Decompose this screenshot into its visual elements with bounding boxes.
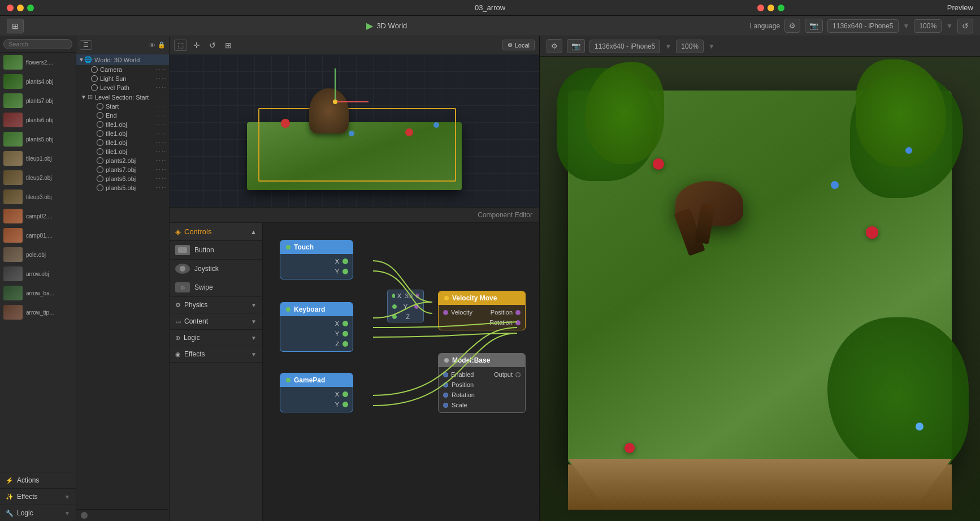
component-editor-title: Component Editor xyxy=(478,211,532,219)
node-touch[interactable]: Touch X Y xyxy=(280,240,353,279)
viewport-toolbar: ⬚ ✛ ↺ ⊞ ⊛ Local xyxy=(170,36,539,54)
language-button[interactable]: Language xyxy=(750,22,780,30)
local-space-btn[interactable]: ⊛ Local xyxy=(502,40,535,50)
hierarchy-tile1d[interactable]: ▶ tile1.obj ⋯⋯ xyxy=(76,147,169,156)
asset-item[interactable]: camp01.... xyxy=(0,226,76,245)
asset-item[interactable]: arrow_tip... xyxy=(0,303,76,322)
hierarchy-level-section[interactable]: ▼ ⊞ Level Section: Start ⋯ xyxy=(76,92,169,102)
maximize-button[interactable] xyxy=(27,5,34,11)
refresh-button[interactable]: ↺ xyxy=(957,19,973,33)
preview-pane: ⚙ 📷 1136x640 - iPhone5 ▼ 100% ▼ xyxy=(539,36,980,521)
asset-item[interactable]: tileup2.obj xyxy=(0,168,76,187)
rotate-tool-btn[interactable]: ↺ xyxy=(206,40,219,51)
preview-resolution-btn[interactable]: 1136x640 - iPhone5 xyxy=(589,40,660,53)
hierarchy-world[interactable]: ▼ 🌐 World: 3D World xyxy=(76,54,169,65)
controls-physics-section[interactable]: ⚙ Physics ▼ xyxy=(170,297,262,313)
light-sun-label: Light Sun xyxy=(100,75,155,82)
joystick-label: Joystick xyxy=(194,265,219,273)
hierarchy-plants7[interactable]: ▶ plants7.obj ⋯⋯ xyxy=(76,165,169,174)
hierarchy-light-sun[interactable]: ▶ Light Sun ⋯ ⋯ xyxy=(76,74,169,83)
preview-title: Preview xyxy=(947,3,973,12)
node-velocity-move[interactable]: Velocity Move Velocity Position xyxy=(438,291,526,330)
controls-logic-section[interactable]: ⊕ Logic ▼ xyxy=(170,330,262,346)
hierarchy-tile1b[interactable]: ▶ tile1.obj ⋯⋯ xyxy=(76,129,169,138)
logic-label: Logic xyxy=(17,509,64,517)
physics-label: Physics xyxy=(184,301,251,309)
effects-section-label: Effects xyxy=(184,350,251,358)
preview-close-button[interactable] xyxy=(757,5,764,11)
hierarchy-tile1a[interactable]: ▶ tile1.obj ⋯⋯ xyxy=(76,120,169,129)
preview-screenshot-btn[interactable]: 📷 xyxy=(567,39,585,53)
level-path-label: Level Path xyxy=(100,84,155,91)
sidebar-actions-section[interactable]: ⚡ Actions xyxy=(0,472,76,489)
node-keyboard[interactable]: Keyboard X Y Z xyxy=(280,302,353,352)
hierarchy-select-btn[interactable]: ☰ xyxy=(80,40,92,50)
settings-button[interactable]: ⚙ xyxy=(784,19,800,33)
controls-title: Controls xyxy=(184,227,250,236)
component-editor-header: Component Editor xyxy=(170,207,539,223)
hierarchy-plants2[interactable]: ▶ plants2.obj ⋯⋯ xyxy=(76,156,169,165)
asset-sidebar: flowers2.... plants4.obj plants7.obj pla… xyxy=(0,36,76,521)
screenshot-button[interactable]: 📷 xyxy=(805,19,823,33)
hierarchy-eye-btn[interactable]: 👁 xyxy=(149,42,155,49)
asset-item[interactable]: camp02.... xyxy=(0,206,76,226)
asset-item[interactable]: plants7.obj xyxy=(0,91,76,110)
move-tool-btn[interactable]: ✛ xyxy=(190,40,203,51)
asset-item[interactable]: arrow_ba... xyxy=(0,283,76,303)
preview-toolbar: ⚙ 📷 1136x640 - iPhone5 ▼ 100% ▼ xyxy=(540,36,980,57)
controls-panel: ◈ Controls ▲ Button Joystick xyxy=(170,223,263,521)
toolbar-sep: ▼ xyxy=(903,22,910,30)
asset-item[interactable]: plants5.obj xyxy=(0,130,76,149)
search-input[interactable] xyxy=(3,39,72,49)
preview-zoom-btn[interactable]: 100% xyxy=(676,40,704,53)
hierarchy-plants6[interactable]: ▶ plants6.obj ⋯⋯ xyxy=(76,174,169,183)
play-button[interactable]: ▶ xyxy=(366,20,373,31)
hierarchy-end[interactable]: ▶ End ⋯⋯ xyxy=(76,111,169,120)
preview-maximize-button[interactable] xyxy=(778,5,784,11)
controls-joystick-item[interactable]: Joystick xyxy=(170,260,262,278)
world-icon-button[interactable]: ⊞ xyxy=(7,19,24,33)
hierarchy-plants5[interactable]: ▶ plants5.obj ⋯⋯ xyxy=(76,183,169,192)
keyboard-node-label: Keyboard xyxy=(294,305,325,313)
scene-hierarchy: ☰ 👁 🔒 ▼ 🌐 World: 3D World ▶ Camera ⋯ ⋯ xyxy=(76,36,170,521)
sidebar-effects-section[interactable]: ✨ Effects ▼ xyxy=(0,489,76,505)
asset-item[interactable]: pole.obj xyxy=(0,245,76,264)
preview-minimize-button[interactable] xyxy=(767,5,774,11)
hierarchy-camera[interactable]: ▶ Camera ⋯ ⋯ xyxy=(76,65,169,74)
close-button[interactable] xyxy=(7,5,14,11)
asset-item[interactable]: tileup3.obj xyxy=(0,187,76,206)
content-label: Content xyxy=(184,317,251,325)
hierarchy-tile1c[interactable]: ▶ tile1.obj ⋯⋯ xyxy=(76,138,169,147)
asset-item[interactable]: plants6.obj xyxy=(0,110,76,130)
controls-button-item[interactable]: Button xyxy=(170,241,262,260)
node-model-base[interactable]: Model:Base Enabled Output xyxy=(438,353,526,413)
world-label: 3D World xyxy=(376,21,407,30)
marquee-select-btn[interactable]: ⬚ xyxy=(174,40,187,51)
touch-y-port: Y xyxy=(280,266,353,277)
controls-swipe-item[interactable]: ⚙ Swipe xyxy=(170,278,262,297)
viewport xyxy=(170,54,539,207)
node-gamepad[interactable]: GamePad X Y xyxy=(280,373,353,412)
controls-content-section[interactable]: ▭ Content ▼ xyxy=(170,313,262,330)
preview-settings-btn[interactable]: ⚙ xyxy=(547,39,562,53)
asset-item[interactable]: flowers2.... xyxy=(0,53,76,72)
controls-header[interactable]: ◈ Controls ▲ xyxy=(170,223,262,241)
asset-item[interactable]: plants4.obj xyxy=(0,72,76,91)
sidebar-logic-section[interactable]: 🔧 Logic ▼ xyxy=(0,505,76,521)
node-3d[interactable]: X 3D Y Z xyxy=(387,290,424,322)
zoom-button[interactable]: 100% xyxy=(914,19,942,33)
controls-effects-section[interactable]: ◉ Effects ▼ xyxy=(170,346,262,363)
hierarchy-lock-btn[interactable]: 🔒 xyxy=(158,41,166,49)
gamepad-node-label: GamePad xyxy=(294,376,325,384)
asset-item[interactable]: arrow.obj xyxy=(0,264,76,283)
asset-item[interactable]: tileup1.obj xyxy=(0,149,76,168)
minimize-button[interactable] xyxy=(17,5,24,11)
zoom-arrow: ▼ xyxy=(946,22,953,30)
scale-tool-btn[interactable]: ⊞ xyxy=(222,40,235,51)
node-canvas[interactable]: Touch X Y xyxy=(263,223,539,521)
actions-label: Actions xyxy=(17,476,70,484)
hierarchy-start[interactable]: ▶ Start ⋯⋯ xyxy=(76,102,169,111)
hierarchy-level-path[interactable]: ▶ Level Path ⋯ ⋯ xyxy=(76,83,169,92)
touch-node-label: Touch xyxy=(294,243,314,251)
resolution-button[interactable]: 1136x640 - iPhone5 xyxy=(827,19,898,33)
